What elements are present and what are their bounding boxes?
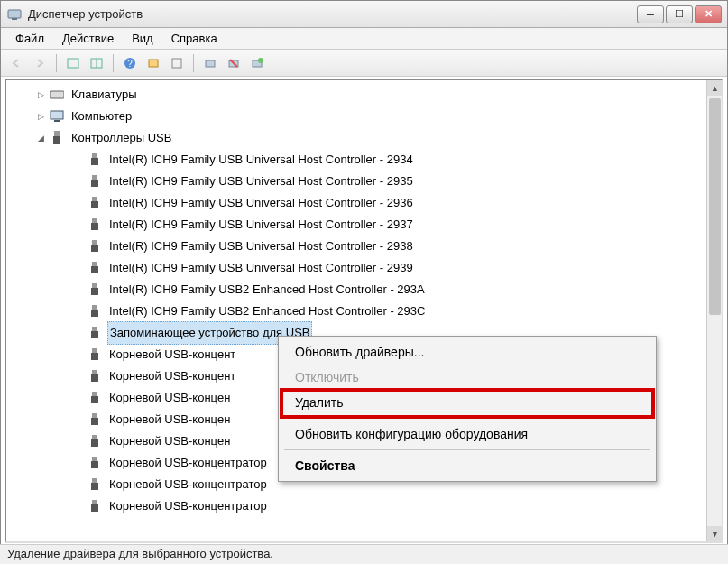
menubar: Файл Действие Вид Справка xyxy=(1,28,727,50)
context-properties[interactable]: Свойства xyxy=(281,453,654,478)
menu-help[interactable]: Справка xyxy=(162,30,226,47)
usb-icon xyxy=(50,131,64,145)
usb-icon xyxy=(88,282,102,297)
svg-rect-46 xyxy=(91,439,98,447)
svg-rect-36 xyxy=(91,331,98,338)
toolbar-btn-2[interactable] xyxy=(87,53,106,73)
tree-label: Клавиатуры xyxy=(69,84,139,106)
maximize-button[interactable]: ☐ xyxy=(666,5,693,23)
close-button[interactable]: ✕ xyxy=(695,5,722,23)
svg-rect-47 xyxy=(92,457,97,461)
tree-item[interactable]: Intel(R) ICH9 Family USB2 Enhanced Host … xyxy=(10,279,722,300)
scan-hardware-button[interactable] xyxy=(200,53,220,73)
usb-icon xyxy=(88,239,102,254)
svg-rect-20 xyxy=(91,158,98,165)
tree-item[interactable]: Intel(R) ICH9 Family USB Universal Host … xyxy=(10,171,722,192)
svg-rect-44 xyxy=(91,418,98,425)
usb-icon xyxy=(88,369,102,384)
tree-label: Контроллеры USB xyxy=(69,127,173,149)
back-button[interactable] xyxy=(6,53,26,73)
svg-rect-7 xyxy=(149,60,158,67)
tree-label: Intel(R) ICH9 Family USB2 Enhanced Host … xyxy=(107,300,427,322)
tree-item[interactable]: Intel(R) ICH9 Family USB Universal Host … xyxy=(10,257,722,279)
svg-rect-16 xyxy=(54,120,60,122)
help-button[interactable]: ? xyxy=(120,53,140,73)
toolbar-btn-5[interactable] xyxy=(224,53,244,73)
svg-rect-18 xyxy=(53,136,60,144)
collapse-icon[interactable]: ◢ xyxy=(35,133,46,143)
tree-node-usb-controllers[interactable]: ◢ Контроллеры USB xyxy=(10,127,722,149)
svg-text:?: ? xyxy=(127,59,133,69)
toolbar-btn-4[interactable] xyxy=(167,53,187,73)
svg-rect-43 xyxy=(92,413,97,418)
scroll-up-button[interactable]: ▲ xyxy=(707,80,723,96)
tree-label: Intel(R) ICH9 Family USB2 Enhanced Host … xyxy=(107,279,427,300)
usb-icon xyxy=(88,153,102,167)
window-title: Диспетчер устройств xyxy=(28,7,637,21)
keyboard-icon xyxy=(50,88,64,102)
svg-point-13 xyxy=(258,58,263,63)
scroll-down-button[interactable]: ▼ xyxy=(707,526,723,541)
tree-node-computer[interactable]: ▷ Компьютер xyxy=(10,106,722,127)
tree-item[interactable]: Intel(R) ICH9 Family USB2 Enhanced Host … xyxy=(10,300,722,322)
window-buttons: ─ ☐ ✕ xyxy=(637,5,722,23)
tree-label: Корневой USB-концент xyxy=(107,365,237,387)
svg-rect-25 xyxy=(92,218,97,223)
menu-view[interactable]: Вид xyxy=(123,30,162,47)
tree-item[interactable]: Корневой USB-концентратор xyxy=(10,495,722,517)
context-separator xyxy=(284,418,650,419)
tree-label: Intel(R) ICH9 Family USB Universal Host … xyxy=(107,236,415,257)
vertical-scrollbar[interactable]: ▲ ▼ xyxy=(706,80,722,541)
menu-file[interactable]: Файл xyxy=(6,30,53,47)
scroll-thumb[interactable] xyxy=(709,98,721,315)
tree-item[interactable]: Intel(R) ICH9 Family USB Universal Host … xyxy=(10,214,722,236)
statusbar: Удаление драйвера для выбранного устройс… xyxy=(0,544,728,564)
svg-rect-0 xyxy=(8,10,21,18)
context-update-drivers[interactable]: Обновить драйверы... xyxy=(281,339,654,365)
svg-rect-39 xyxy=(92,370,97,374)
toolbar-separator xyxy=(56,54,57,72)
svg-rect-34 xyxy=(91,310,98,317)
context-separator xyxy=(284,449,650,450)
toolbar-btn-3[interactable] xyxy=(143,53,163,73)
minimize-button[interactable]: ─ xyxy=(637,5,664,23)
svg-rect-19 xyxy=(92,153,97,158)
svg-rect-9 xyxy=(206,60,215,67)
toolbar-btn-1[interactable] xyxy=(63,53,83,73)
usb-icon xyxy=(88,412,102,427)
tree-label: Intel(R) ICH9 Family USB Universal Host … xyxy=(107,214,415,236)
svg-rect-29 xyxy=(92,262,97,266)
menu-action[interactable]: Действие xyxy=(53,30,123,47)
toolbar-btn-6[interactable] xyxy=(247,53,267,73)
svg-rect-35 xyxy=(92,327,97,331)
expand-icon[interactable]: ▷ xyxy=(35,89,46,100)
usb-icon xyxy=(88,347,102,362)
tree-item[interactable]: Intel(R) ICH9 Family USB Universal Host … xyxy=(10,192,722,214)
tree-node-keyboards[interactable]: ▷ Клавиатуры xyxy=(10,84,722,106)
usb-icon xyxy=(88,326,102,340)
tree-item[interactable]: Intel(R) ICH9 Family USB Universal Host … xyxy=(10,236,722,257)
svg-rect-14 xyxy=(50,91,64,98)
tree-label: Intel(R) ICH9 Family USB Universal Host … xyxy=(107,149,415,171)
expand-icon[interactable]: ▷ xyxy=(35,111,46,122)
usb-icon xyxy=(88,217,102,232)
svg-rect-52 xyxy=(91,504,98,512)
svg-rect-22 xyxy=(91,180,98,187)
svg-rect-27 xyxy=(92,240,97,245)
svg-rect-40 xyxy=(91,374,98,382)
tree-label: Intel(R) ICH9 Family USB Universal Host … xyxy=(107,257,415,279)
tree-label: Корневой USB-концен xyxy=(107,387,232,409)
usb-icon xyxy=(88,456,102,470)
svg-rect-49 xyxy=(92,478,97,483)
tree-label: Компьютер xyxy=(69,106,134,127)
context-disable[interactable]: Отключить xyxy=(281,365,654,390)
app-icon xyxy=(6,6,23,23)
context-scan-hardware[interactable]: Обновить конфигурацию оборудования xyxy=(281,421,654,447)
context-delete[interactable]: Удалить xyxy=(281,390,654,415)
svg-rect-51 xyxy=(92,500,97,504)
tree-label: Intel(R) ICH9 Family USB Universal Host … xyxy=(107,192,415,214)
tree-item[interactable]: Intel(R) ICH9 Family USB Universal Host … xyxy=(10,149,722,171)
usb-icon xyxy=(88,391,102,405)
forward-button[interactable] xyxy=(30,53,50,73)
tree-label: Корневой USB-концентратор xyxy=(107,495,269,517)
